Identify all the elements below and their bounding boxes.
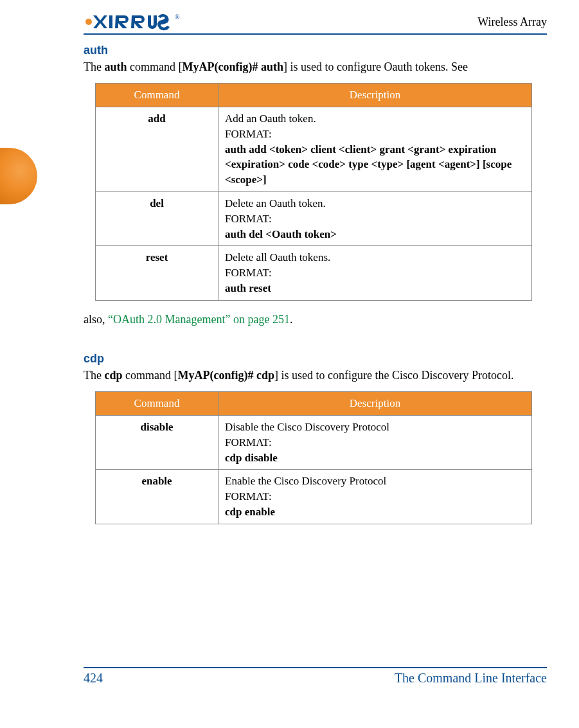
format-label: FORMAT: [225,265,525,281]
page-footer: 424 The Command Line Interface [84,667,547,686]
desc-cell: Enable the Cisco Discovery Protocol FORM… [218,470,532,524]
desc-cell: Add an Oauth token. FORMAT: auth add <to… [218,107,532,192]
svg-rect-1 [109,15,112,28]
format-label: FORMAT: [225,211,525,227]
cmd-cell: disable [96,416,218,470]
format-label: FORMAT: [225,435,525,450]
col-header-command: Command [96,392,218,416]
section-heading-auth: auth [84,44,547,57]
page-header: ® Wireless Array [84,13,547,35]
desc-cell: Delete an Oauth token. FORMAT: auth del … [218,192,532,246]
format-text: cdp enable [225,504,525,520]
chapter-title: The Command Line Interface [395,671,547,686]
desc-cell: Disable the Cisco Discovery Protocol FOR… [218,416,532,470]
format-text: cdp disable [225,450,525,466]
text: ] is used to configure Oauth tokens. See [283,60,468,73]
side-tab-marker [0,148,37,204]
text-bold: MyAP(config)# auth [182,60,283,73]
text-bold: auth [104,60,127,73]
format-label: FORMAT: [225,127,525,142]
cmd-cell: enable [96,470,218,524]
text-bold: MyAP(config)# cdp [177,369,274,382]
cmd-cell: del [96,192,218,246]
col-header-command: Command [96,84,218,107]
page-number: 424 [84,671,103,686]
text: The [84,369,104,382]
format-label: FORMAT: [225,489,525,504]
section-heading-cdp: cdp [84,352,547,366]
desc-text: Add an Oauth token. [225,112,316,125]
table-row: add Add an Oauth token. FORMAT: auth add… [96,107,532,192]
svg-text:®: ® [175,13,180,21]
desc-text: Disable the Cisco Discovery Protocol [225,421,389,433]
desc-text: Enable the Cisco Discovery Protocol [225,475,386,487]
format-text: auth del <Oauth token> [225,227,525,242]
desc-text: Delete all Oauth tokens. [225,251,330,263]
auth-also-paragraph: also, “OAuth 2.0 Management” on page 251… [84,311,547,328]
format-text: auth reset [225,281,525,296]
table-row: del Delete an Oauth token. FORMAT: auth … [96,192,532,246]
svg-point-0 [85,19,92,25]
document-title: Wireless Array [477,15,547,29]
cdp-command-table: Command Description disable Disable the … [95,391,532,524]
auth-command-table: Command Description add Add an Oauth tok… [95,83,532,301]
format-text: auth add <token> client <client> grant <… [225,142,525,188]
table-row: disable Disable the Cisco Discovery Prot… [96,416,532,470]
desc-cell: Delete all Oauth tokens. FORMAT: auth re… [218,246,532,300]
cross-ref-link[interactable]: “OAuth 2.0 Management” on page 251 [108,313,290,326]
text: ] is used to configure the Cisco Discove… [274,369,513,382]
auth-intro-paragraph: The auth command [MyAP(config)# auth] is… [84,58,547,75]
table-row: reset Delete all Oauth tokens. FORMAT: a… [96,246,532,300]
cmd-cell: reset [96,246,218,300]
text-bold: cdp [104,369,122,382]
col-header-description: Description [218,392,532,416]
text: The [84,60,104,73]
text: command [ [123,369,178,382]
cmd-cell: add [96,107,218,192]
desc-text: Delete an Oauth token. [225,197,326,209]
cdp-intro-paragraph: The cdp command [MyAP(config)# cdp] is u… [84,367,547,384]
col-header-description: Description [218,84,532,107]
text: also, [84,313,108,326]
brand-logo: ® [84,13,193,31]
text: . [290,313,293,326]
text: command [ [127,60,183,73]
table-row: enable Enable the Cisco Discovery Protoc… [96,470,532,524]
